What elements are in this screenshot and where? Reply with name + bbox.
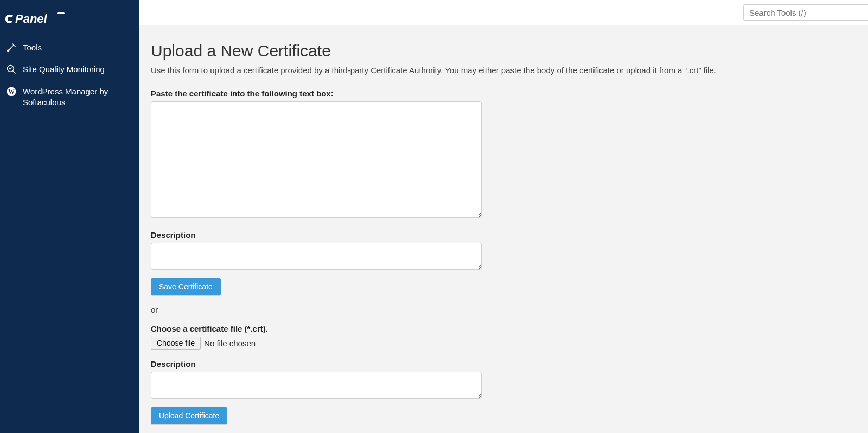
topbar xyxy=(139,0,868,25)
sidebar: Panel Tools Site Quality Monitoring W Wo… xyxy=(0,0,139,433)
sidebar-item-tools[interactable]: Tools xyxy=(0,37,139,59)
tools-icon xyxy=(5,42,17,53)
paste-cert-label: Paste the certificate into the following… xyxy=(151,89,856,98)
svg-rect-1 xyxy=(57,12,65,14)
svg-text:Panel: Panel xyxy=(15,12,48,25)
file-chosen-status: No file chosen xyxy=(204,339,256,348)
svg-text:W: W xyxy=(8,88,15,95)
certificate-textarea[interactable] xyxy=(151,101,482,218)
description-label: Description xyxy=(151,230,856,240)
sidebar-item-wordpress-manager[interactable]: W WordPress Manager by Softaculous xyxy=(0,81,139,114)
page-title: Upload a New Certificate xyxy=(151,42,856,60)
page-intro: Use this form to upload a certificate pr… xyxy=(151,66,856,75)
save-certificate-button[interactable]: Save Certificate xyxy=(151,278,221,295)
choose-cert-file-label: Choose a certificate file (*.crt). xyxy=(151,324,856,333)
upload-certificate-button[interactable]: Upload Certificate xyxy=(151,407,227,424)
or-divider: or xyxy=(151,305,856,314)
magnify-check-icon xyxy=(5,64,17,75)
content: Upload a New Certificate Use this form t… xyxy=(139,25,868,433)
choose-file-button[interactable]: Choose file xyxy=(151,337,201,350)
search-input[interactable] xyxy=(743,4,868,21)
main-area: Upload a New Certificate Use this form t… xyxy=(139,0,868,433)
brand-logo[interactable]: Panel xyxy=(0,5,139,37)
sidebar-item-label: Site Quality Monitoring xyxy=(23,64,133,75)
sidebar-item-label: Tools xyxy=(23,42,133,53)
wordpress-icon: W xyxy=(5,86,17,97)
description-textarea[interactable] xyxy=(151,243,482,270)
description-label-2: Description xyxy=(151,359,856,369)
sidebar-item-site-quality[interactable]: Site Quality Monitoring xyxy=(0,59,139,80)
description-textarea-2[interactable] xyxy=(151,372,482,399)
sidebar-item-label: WordPress Manager by Softaculous xyxy=(23,86,133,108)
